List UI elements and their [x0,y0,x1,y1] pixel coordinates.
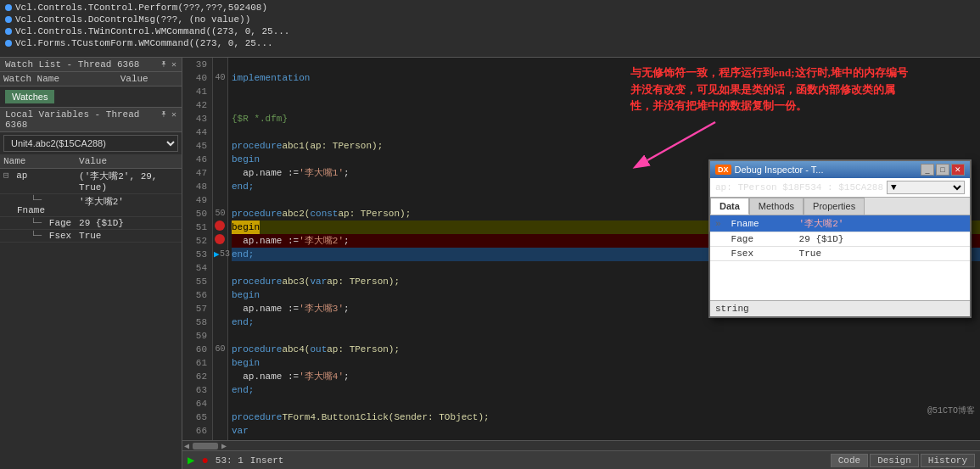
code-line: implementation [232,71,980,85]
inspector-title-text: Debug Inspector - T... [735,165,824,175]
var-name: ⊟ ap [0,169,76,194]
code-token: end; [232,180,254,193]
code-line: procedure TForm4.Button1Click(Sender: TO… [232,410,980,424]
code-token: procedure [232,410,282,424]
code-line: procedure abc1(ap: TPerson); [232,139,980,153]
inspector-address-bar: ap: TPerson $18F534 : $15CA288 ▼ [710,178,970,198]
expand-icon: » [710,215,726,232]
watch-name-header: Watch Name [0,72,117,87]
code-token: ap: TPerson); [327,275,400,288]
code-line [232,126,980,139]
var-value: '李大嘴2' [76,194,182,217]
code-token: ap.name := [232,370,299,383]
horizontal-scrollbar[interactable]: ◀ ▶ [182,440,980,450]
status-bar: ▶ ● 53: 1 Insert Code Design History [182,450,980,469]
local-vars-panel: Local Variables - Thread 6368 🖈 ✕ Unit4.… [0,108,182,469]
table-row[interactable]: Fage 29 {$1D} [710,232,970,247]
left-panel: Watch List - Thread 6368 🖈 ✕ Watch Name … [0,58,182,469]
table-row[interactable]: » Fname '李大嘴2' [710,215,970,232]
code-token: ps: TPerson; [232,438,310,440]
close-icon[interactable]: ✕ [171,109,176,130]
code-line: {$R *.dfm} [232,112,980,126]
code-token: abc4( [282,343,310,356]
callstack-dot [5,16,12,23]
code-token: ap.name := [232,166,299,180]
tab-code[interactable]: Code [831,454,868,467]
code-gutter: 40 50 ▶ 53 60 [213,58,228,440]
callstack-dot [5,4,12,11]
var-value: True [76,230,182,243]
code-token: procedure [232,139,282,153]
code-token: ; [344,302,350,315]
code-token: '李大嘴4' [299,370,344,383]
inspector-type-label: string [715,304,749,314]
code-token: procedure [232,343,282,356]
minimize-button[interactable]: _ [921,164,934,176]
play-button[interactable]: ▶ [188,453,194,467]
tab-properties[interactable]: Properties [804,198,865,215]
watches-button[interactable]: Watches [5,90,54,103]
var-value: True [794,247,970,261]
table-row[interactable]: Fsex True [710,247,970,261]
code-token: end; [232,383,254,397]
code-token: ; [344,166,350,180]
close-icon[interactable]: ✕ [171,59,176,70]
var-name: └─ Fname [0,194,76,217]
stop-button[interactable]: ● [201,454,208,467]
code-token: const [310,207,338,221]
tab-history[interactable]: History [921,454,975,467]
scroll-left-btn[interactable]: ◀ [184,441,189,451]
code-line [232,397,980,410]
maximize-button[interactable]: □ [936,164,949,176]
cursor-position: 53: 1 [216,455,244,466]
inspector-titlebar: DX Debug Inspector - T... _ □ ✕ [710,161,970,178]
status-tabs: Code Design History [831,454,975,467]
inspector-tabs: Data Methods Properties [710,198,970,215]
tab-design[interactable]: Design [870,454,919,467]
local-vars-header: Local Variables - Thread 6368 🖈 ✕ [0,108,182,132]
pin-icon[interactable]: 🖈 [160,59,168,70]
watch-panel-title: Watch List - Thread 6368 [5,59,139,70]
code-token: '李大嘴1' [299,166,344,180]
code-editor-area: 39 40 41 42 43 44 45 46 47 48 49 50 51 5… [182,58,980,440]
code-line [232,329,980,343]
var-name-label: ap [16,170,27,181]
watch-panel-header: Watch List - Thread 6368 🖈 ✕ [0,58,182,72]
dx-logo: DX [715,165,731,175]
inspector-window-buttons: _ □ ✕ [921,164,965,176]
code-line: ap.name := '李大嘴4' ; [232,370,980,383]
tab-methods[interactable]: Methods [749,198,804,215]
table-row: ⊟ ap ('李大嘴2', 29, True) [0,169,182,194]
local-vars-title: Local Variables - Thread 6368 [5,109,160,130]
code-line [232,58,980,71]
scroll-right-btn[interactable]: ▶ [221,441,227,451]
debug-inspector-dialog: DX Debug Inspector - T... _ □ ✕ ap: TPer… [708,159,972,318]
local-vars-dropdown[interactable]: Unit4.abc2($15CA288) [3,135,178,152]
code-token: begin [232,288,260,302]
callstack-item: Vcl.Controls.TWinControl.WMCommand((273,… [3,25,977,37]
table-row: └─ Fname '李大嘴2' [0,194,182,217]
close-button[interactable]: ✕ [951,164,965,176]
code-token: out [310,343,327,356]
inspector-content: » Fname '李大嘴2' Fage 29 {$1D} [710,215,970,300]
scrollbar-thumb[interactable] [193,443,218,449]
vars-name-col-header: Name [0,154,76,169]
callstack-item: Vcl.Controls.DoControlMsg(???, (no value… [3,14,977,25]
var-name: └─ Fsex [0,230,76,243]
pin-icon[interactable]: 🖈 [160,109,168,130]
inspector-data-table: » Fname '李大嘴2' Fage 29 {$1D} [710,215,970,261]
tab-data[interactable]: Data [710,198,749,215]
code-token: end; [232,315,254,329]
code-token: abc1(ap: TPerson); [282,139,383,153]
code-token: procedure [232,275,282,288]
code-token: abc3( [282,275,310,288]
tree-expand-icon[interactable]: ⊟ [3,170,9,181]
code-token: TForm4.Button1Click(Sender: TObject); [282,410,489,424]
code-line: procedure abc4( out ap: TPerson); [232,343,980,356]
watches-table: Watch Name Value [0,72,182,87]
code-line: var [232,424,980,438]
callstack-panel: Vcl.Controls.TControl.Perform(???,???,59… [0,0,980,58]
code-panel: 39 40 41 42 43 44 45 46 47 48 49 50 51 5… [182,58,980,469]
inspector-address-select[interactable]: ▼ [887,181,965,194]
inspector-address-text: ap: TPerson $18F534 : $15CA288 [715,182,883,193]
